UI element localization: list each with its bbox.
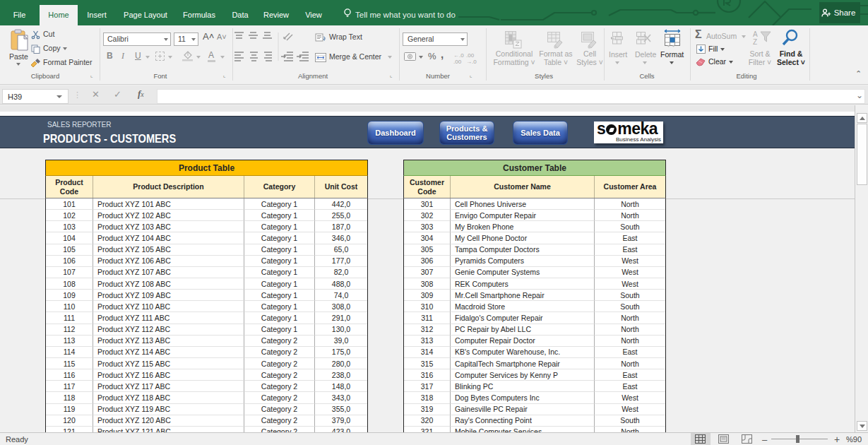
svg-text:Z: Z [753,38,757,46]
svg-text:A: A [753,30,758,38]
